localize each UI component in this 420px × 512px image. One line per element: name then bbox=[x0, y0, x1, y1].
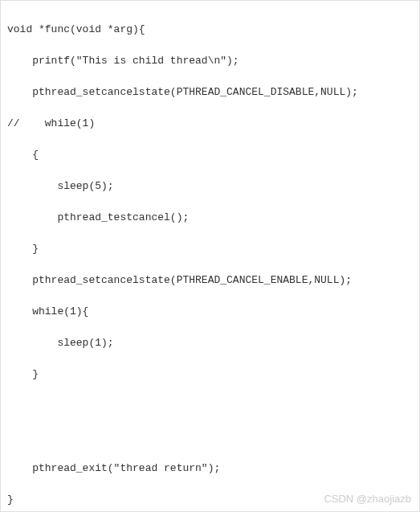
code-line: pthread_testcancel(); bbox=[7, 210, 413, 226]
code-line bbox=[7, 398, 413, 414]
code-line: pthread_setcancelstate(PTHREAD_CANCEL_DI… bbox=[7, 84, 413, 100]
code-line: void *func(void *arg){ bbox=[7, 22, 413, 38]
code-line: } bbox=[7, 367, 413, 383]
watermark-text: CSDN @zhaojiazb bbox=[324, 491, 411, 507]
code-line: sleep(5); bbox=[7, 178, 413, 195]
code-line: } bbox=[7, 241, 413, 257]
code-line: sleep(1); bbox=[7, 335, 413, 351]
code-line bbox=[7, 429, 413, 445]
code-line: pthread_exit("thread return"); bbox=[7, 461, 413, 477]
code-line: // while(1) bbox=[7, 116, 413, 132]
code-line: printf("This is child thread\n"); bbox=[7, 53, 413, 69]
code-line: pthread_setcancelstate(PTHREAD_CANCEL_EN… bbox=[7, 272, 413, 289]
code-block: void *func(void *arg){ printf("This is c… bbox=[7, 6, 413, 512]
code-line: { bbox=[7, 147, 413, 163]
code-line: while(1){ bbox=[7, 304, 413, 320]
